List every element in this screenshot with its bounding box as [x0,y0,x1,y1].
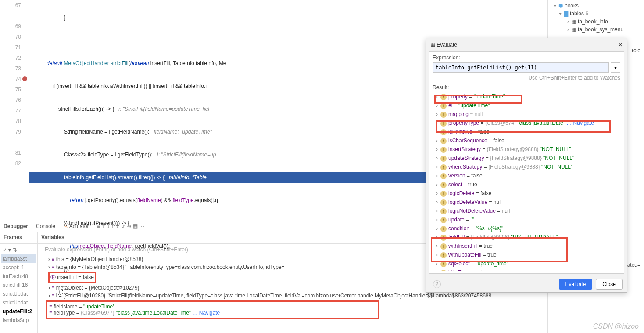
expression-input[interactable] [433,62,609,73]
watermark: CSDN @hizoo [593,322,639,330]
help-icon[interactable]: ? [433,280,441,288]
breakpoint-icon: 74 [0,74,21,84]
tab-debugger[interactable]: Debugger [4,223,28,229]
shortcut-hint: Use Ctrl+Shift+Enter to add to Watches [433,75,620,81]
expression-label: Expression: [433,54,620,61]
highlight-propertytype [436,120,611,133]
expr-dropdown[interactable]: ▾ [611,62,620,73]
evaluate-button[interactable]: Evaluate [559,279,593,290]
line-gutter: 67 697071 7273 74 757677 78798182 [0,0,29,220]
close-icon[interactable]: ✕ [618,42,623,48]
highlight-fieldfill [431,237,568,262]
highlight-property [434,95,522,104]
result-label: Result: [433,84,620,90]
close-button[interactable]: Close [596,279,623,290]
popup-title: ▦ Evaluate [430,42,457,48]
